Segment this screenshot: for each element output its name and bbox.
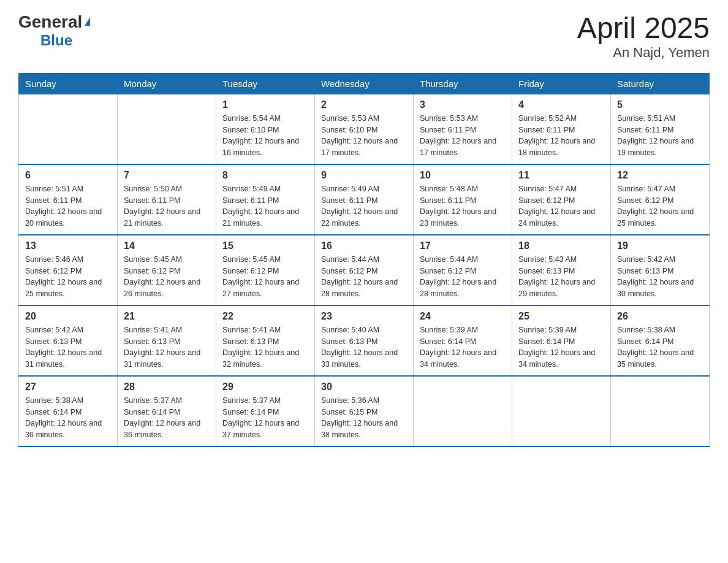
table-row: 2Sunrise: 5:53 AMSunset: 6:10 PMDaylight… <box>315 94 414 164</box>
day-number: 17 <box>420 240 506 251</box>
day-info: Sunrise: 5:51 AMSunset: 6:11 PMDaylight:… <box>617 113 703 159</box>
day-number: 27 <box>25 381 111 393</box>
table-row: 6Sunrise: 5:51 AMSunset: 6:11 PMDaylight… <box>19 164 118 235</box>
page-header: General Blue April 2025 An Najd, Yemen <box>18 12 710 61</box>
table-row: 21Sunrise: 5:41 AMSunset: 6:13 PMDayligh… <box>118 305 216 376</box>
day-number: 1 <box>222 99 308 110</box>
calendar-title-block: April 2025 An Najd, Yemen <box>577 12 710 61</box>
day-info: Sunrise: 5:47 AMSunset: 6:12 PMDaylight:… <box>518 183 604 229</box>
table-row: 26Sunrise: 5:38 AMSunset: 6:14 PMDayligh… <box>611 305 710 376</box>
day-info: Sunrise: 5:52 AMSunset: 6:11 PMDaylight:… <box>518 113 604 159</box>
day-number: 22 <box>222 311 308 322</box>
day-info: Sunrise: 5:46 AMSunset: 6:12 PMDaylight:… <box>25 254 111 300</box>
day-number: 18 <box>518 240 604 251</box>
day-info: Sunrise: 5:44 AMSunset: 6:12 PMDaylight:… <box>321 254 407 300</box>
day-info: Sunrise: 5:42 AMSunset: 6:13 PMDaylight:… <box>25 324 111 370</box>
table-row <box>611 376 710 446</box>
table-row: 30Sunrise: 5:36 AMSunset: 6:15 PMDayligh… <box>315 376 414 446</box>
day-info: Sunrise: 5:37 AMSunset: 6:14 PMDaylight:… <box>222 395 308 441</box>
day-info: Sunrise: 5:38 AMSunset: 6:14 PMDaylight:… <box>617 324 703 370</box>
table-row: 25Sunrise: 5:39 AMSunset: 6:14 PMDayligh… <box>512 305 611 376</box>
table-row: 15Sunrise: 5:45 AMSunset: 6:12 PMDayligh… <box>216 235 315 305</box>
table-row: 17Sunrise: 5:44 AMSunset: 6:12 PMDayligh… <box>414 235 512 305</box>
day-info: Sunrise: 5:50 AMSunset: 6:11 PMDaylight:… <box>124 183 210 229</box>
table-row: 3Sunrise: 5:53 AMSunset: 6:11 PMDaylight… <box>414 94 512 164</box>
day-number: 26 <box>617 311 703 322</box>
day-info: Sunrise: 5:36 AMSunset: 6:15 PMDaylight:… <box>321 395 407 441</box>
header-friday: Friday <box>512 73 611 94</box>
table-row: 29Sunrise: 5:37 AMSunset: 6:14 PMDayligh… <box>216 376 315 446</box>
header-thursday: Thursday <box>414 73 512 94</box>
day-number: 7 <box>124 170 210 181</box>
header-tuesday: Tuesday <box>216 73 315 94</box>
day-info: Sunrise: 5:41 AMSunset: 6:13 PMDaylight:… <box>124 324 210 370</box>
day-info: Sunrise: 5:43 AMSunset: 6:13 PMDaylight:… <box>518 254 604 300</box>
day-number: 24 <box>420 311 506 322</box>
calendar-week-row: 20Sunrise: 5:42 AMSunset: 6:13 PMDayligh… <box>19 305 710 376</box>
table-row: 13Sunrise: 5:46 AMSunset: 6:12 PMDayligh… <box>19 235 118 305</box>
day-info: Sunrise: 5:47 AMSunset: 6:12 PMDaylight:… <box>617 183 703 229</box>
header-wednesday: Wednesday <box>315 73 414 94</box>
day-info: Sunrise: 5:53 AMSunset: 6:11 PMDaylight:… <box>420 113 506 159</box>
table-row: 4Sunrise: 5:52 AMSunset: 6:11 PMDaylight… <box>512 94 611 164</box>
calendar-subtitle: An Najd, Yemen <box>577 45 710 61</box>
table-row: 9Sunrise: 5:49 AMSunset: 6:11 PMDaylight… <box>315 164 414 235</box>
day-number: 16 <box>321 240 407 251</box>
calendar-header-row: Sunday Monday Tuesday Wednesday Thursday… <box>19 73 710 94</box>
logo-general-text: General <box>18 12 82 32</box>
day-number: 29 <box>222 381 308 393</box>
day-number: 5 <box>617 99 703 110</box>
table-row: 28Sunrise: 5:37 AMSunset: 6:14 PMDayligh… <box>118 376 216 446</box>
table-row <box>19 94 118 164</box>
day-number: 2 <box>321 99 407 110</box>
day-number: 10 <box>420 170 506 181</box>
table-row: 1Sunrise: 5:54 AMSunset: 6:10 PMDaylight… <box>216 94 315 164</box>
table-row: 11Sunrise: 5:47 AMSunset: 6:12 PMDayligh… <box>512 164 611 235</box>
table-row: 7Sunrise: 5:50 AMSunset: 6:11 PMDaylight… <box>118 164 216 235</box>
table-row: 14Sunrise: 5:45 AMSunset: 6:12 PMDayligh… <box>118 235 216 305</box>
table-row: 24Sunrise: 5:39 AMSunset: 6:14 PMDayligh… <box>414 305 512 376</box>
day-info: Sunrise: 5:40 AMSunset: 6:13 PMDaylight:… <box>321 324 407 370</box>
table-row: 5Sunrise: 5:51 AMSunset: 6:11 PMDaylight… <box>611 94 710 164</box>
table-row: 27Sunrise: 5:38 AMSunset: 6:14 PMDayligh… <box>19 376 118 446</box>
day-number: 25 <box>518 311 604 322</box>
day-info: Sunrise: 5:42 AMSunset: 6:13 PMDaylight:… <box>617 254 703 300</box>
day-number: 28 <box>124 381 210 393</box>
day-number: 8 <box>222 170 308 181</box>
calendar-title: April 2025 <box>577 12 710 45</box>
day-number: 4 <box>518 99 604 110</box>
day-number: 23 <box>321 311 407 322</box>
table-row: 23Sunrise: 5:40 AMSunset: 6:13 PMDayligh… <box>315 305 414 376</box>
day-info: Sunrise: 5:39 AMSunset: 6:14 PMDaylight:… <box>518 324 604 370</box>
day-info: Sunrise: 5:45 AMSunset: 6:12 PMDaylight:… <box>124 254 210 300</box>
table-row: 19Sunrise: 5:42 AMSunset: 6:13 PMDayligh… <box>611 235 710 305</box>
table-row: 12Sunrise: 5:47 AMSunset: 6:12 PMDayligh… <box>611 164 710 235</box>
day-number: 3 <box>420 99 506 110</box>
day-number: 11 <box>518 170 604 181</box>
calendar-week-row: 27Sunrise: 5:38 AMSunset: 6:14 PMDayligh… <box>19 376 710 446</box>
logo: General Blue <box>18 12 90 49</box>
day-info: Sunrise: 5:53 AMSunset: 6:10 PMDaylight:… <box>321 113 407 159</box>
logo-blue-text: Blue <box>40 32 72 49</box>
day-number: 15 <box>222 240 308 251</box>
day-number: 21 <box>124 311 210 322</box>
day-number: 30 <box>321 381 407 393</box>
day-info: Sunrise: 5:38 AMSunset: 6:14 PMDaylight:… <box>25 395 111 441</box>
calendar-week-row: 1Sunrise: 5:54 AMSunset: 6:10 PMDaylight… <box>19 94 710 164</box>
header-saturday: Saturday <box>611 73 710 94</box>
table-row <box>512 376 611 446</box>
table-row <box>118 94 216 164</box>
day-info: Sunrise: 5:45 AMSunset: 6:12 PMDaylight:… <box>222 254 308 300</box>
header-monday: Monday <box>118 73 216 94</box>
day-number: 6 <box>25 170 111 181</box>
table-row: 16Sunrise: 5:44 AMSunset: 6:12 PMDayligh… <box>315 235 414 305</box>
day-info: Sunrise: 5:41 AMSunset: 6:13 PMDaylight:… <box>222 324 308 370</box>
calendar-table: Sunday Monday Tuesday Wednesday Thursday… <box>18 73 710 447</box>
day-info: Sunrise: 5:37 AMSunset: 6:14 PMDaylight:… <box>124 395 210 441</box>
day-info: Sunrise: 5:39 AMSunset: 6:14 PMDaylight:… <box>420 324 506 370</box>
table-row <box>414 376 512 446</box>
table-row: 10Sunrise: 5:48 AMSunset: 6:11 PMDayligh… <box>414 164 512 235</box>
day-info: Sunrise: 5:49 AMSunset: 6:11 PMDaylight:… <box>321 183 407 229</box>
day-number: 20 <box>25 311 111 322</box>
table-row: 20Sunrise: 5:42 AMSunset: 6:13 PMDayligh… <box>19 305 118 376</box>
